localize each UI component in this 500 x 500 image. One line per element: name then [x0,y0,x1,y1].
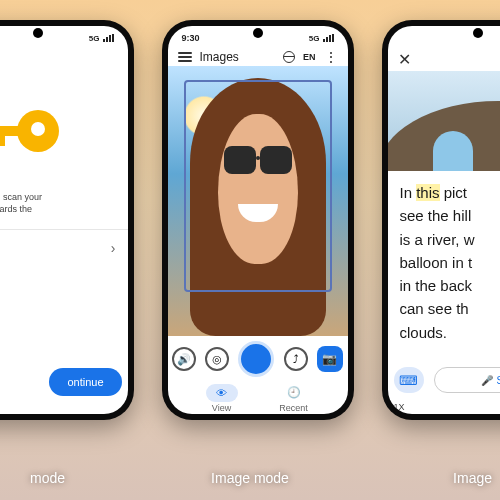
continue-button[interactable]: ontinue [49,368,121,396]
mode-icon[interactable]: ◎ [205,347,229,371]
key-illustration [0,71,128,191]
upload-icon[interactable]: ⤴ [284,347,308,371]
mode-bar: 👁View 🕘Recent [168,382,348,414]
camera-controls: 🔊 ◎ ⤴ 📷 [168,336,348,382]
lang-label[interactable]: EN [303,52,316,62]
page-title: Beta) [0,48,128,71]
phone-right: ✕ In this pict see the hill is a river, … [382,20,501,420]
guidance-row[interactable]: guidance › [0,229,128,266]
result-image [388,71,501,171]
camera-icon[interactable]: 📷 [317,346,343,372]
keyboard-icon[interactable]: ⌨ [394,367,424,393]
images-header: Images EN ⋮ [168,48,348,66]
camera-punch [33,28,43,38]
status-bar [388,26,501,48]
focus-frame [184,80,332,292]
speak-button[interactable]: 🎤 Spe [434,367,501,393]
camera-punch [473,28,483,38]
caption-left: mode [30,470,65,486]
close-icon[interactable]: ✕ [388,48,501,71]
mode-view[interactable]: 👁View [206,384,238,413]
zoom-level[interactable]: 1X [388,400,501,414]
chevron-right-icon: › [111,240,116,256]
caption-center: Image mode [211,470,289,486]
camera-viewport [168,66,348,336]
more-icon[interactable]: ⋮ [324,50,338,64]
caption-right: Image [453,470,492,486]
shutter-button[interactable] [238,341,274,377]
phone-center: 9:30 5G Images EN ⋮ 🔊 ◎ [162,20,354,420]
clock: 9:30 [182,33,200,43]
phone-left: 5G Beta) rying to find, scan your des yo… [0,20,134,420]
sound-icon[interactable]: 🔊 [172,347,196,371]
description-pane: In this pict see the hill is a river, w … [388,171,501,360]
bottom-bar: ⌨ 🎤 Spe [388,360,501,400]
camera-punch [253,28,263,38]
header-title: Images [200,50,275,64]
menu-icon[interactable] [178,52,192,62]
description-text: rying to find, scan your des you towards… [0,191,128,215]
globe-icon[interactable] [283,51,295,63]
mode-recent[interactable]: 🕘Recent [278,384,310,413]
status-bar: 5G [0,26,128,48]
